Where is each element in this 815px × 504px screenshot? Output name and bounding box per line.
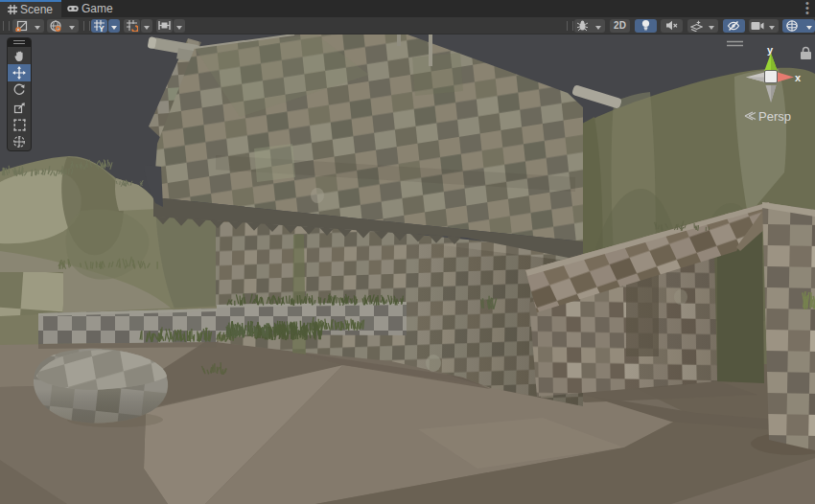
svg-text:y: y <box>767 44 774 56</box>
svg-text:Y: Y <box>99 24 105 32</box>
svg-text:x: x <box>795 72 802 83</box>
svg-text:Persp: Persp <box>758 109 791 124</box>
